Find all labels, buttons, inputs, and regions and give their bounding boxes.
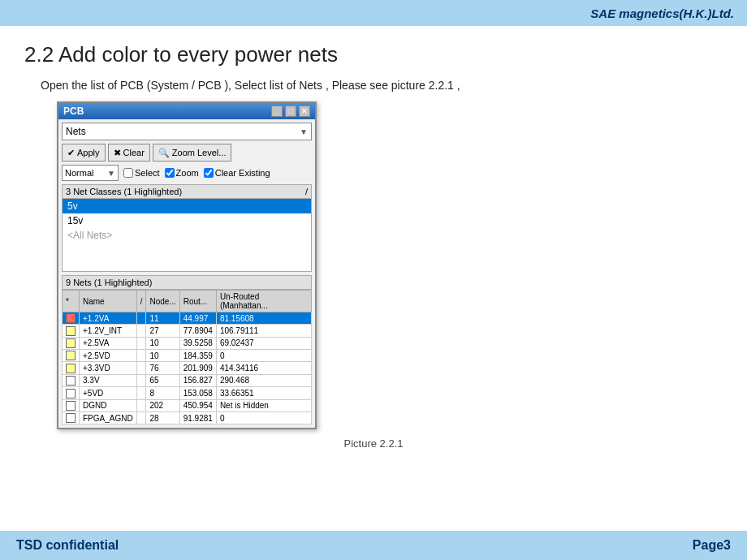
row-nodes: 202: [146, 399, 179, 411]
table-row[interactable]: DGND 202 450.954 Net is Hidden: [63, 399, 312, 411]
col-star[interactable]: *: [63, 291, 80, 312]
row-flag: [136, 387, 146, 399]
list-item[interactable]: <All Nets>: [63, 228, 311, 243]
row-flag: [136, 337, 146, 349]
row-flag: [136, 362, 146, 374]
zoom-option-label: Zoom: [176, 168, 199, 178]
zoom-checkbox[interactable]: [165, 168, 175, 178]
row-color: [63, 387, 80, 399]
row-route: 44.997: [179, 312, 216, 325]
pcb-title: PCB: [63, 106, 84, 117]
row-flag: [136, 399, 146, 411]
row-name: 3.3V: [80, 374, 137, 386]
row-nodes: 8: [146, 387, 179, 399]
row-color: [63, 337, 80, 349]
nets-dropdown-row: Nets ▼: [62, 123, 312, 140]
list-item[interactable]: 15v: [63, 213, 311, 228]
nets-title: 9 Nets (1 Highlighted): [66, 278, 152, 287]
table-row[interactable]: +1.2VA 11 44.997 81.15608: [63, 312, 312, 325]
col-name[interactable]: Name: [80, 291, 137, 312]
net-classes-list: 5v 15v <All Nets>: [62, 199, 312, 272]
row-nodes: 28: [146, 411, 179, 424]
footer-left: TSD confidential: [16, 538, 119, 553]
row-flag: [136, 374, 146, 386]
row-name: DGND: [80, 399, 137, 411]
nets-header: 9 Nets (1 Highlighted): [62, 275, 312, 290]
net-classes-header: 3 Net Classes (1 Highlighted) /: [62, 184, 312, 199]
row-route: 77.8904: [179, 325, 216, 337]
pcb-toolbar: ✔ Apply ✖ Clear 🔍 Zoom Level...: [62, 144, 312, 162]
row-name: +3.3VD: [80, 362, 137, 374]
row-color: [63, 350, 80, 362]
minimize-button[interactable]: _: [271, 106, 283, 117]
nets-dropdown-label: Nets: [66, 126, 86, 137]
row-name: +5VD: [80, 387, 137, 399]
row-name: +1.2VA: [80, 312, 137, 325]
clear-existing-checkbox[interactable]: [204, 168, 214, 178]
select-checkbox[interactable]: [123, 168, 133, 178]
row-route: 91.9281: [179, 411, 216, 424]
list-item[interactable]: 5v: [63, 199, 311, 213]
row-color: [63, 399, 80, 411]
row-color: [63, 374, 80, 386]
row-name: +2.5VD: [80, 350, 137, 362]
close-button[interactable]: ✕: [299, 106, 310, 117]
bottom-bar: TSD confidential Page3: [0, 531, 747, 560]
normal-dropdown[interactable]: Normal ▼: [62, 165, 119, 181]
description-text: Open the list of PCB (System / PCB ), Se…: [41, 79, 723, 92]
row-name: +2.5VA: [80, 337, 137, 349]
row-nodes: 27: [146, 325, 179, 337]
nets-table: * Name / Node... Rout... Un-Routed (Manh…: [62, 290, 312, 424]
col-nodes[interactable]: Node...: [146, 291, 179, 312]
row-name: FPGA_AGND: [80, 411, 137, 424]
apply-button[interactable]: ✔ Apply: [62, 144, 106, 162]
row-color: [63, 411, 80, 424]
clear-icon: ✖: [114, 148, 121, 158]
zoom-icon: 🔍: [158, 148, 170, 158]
row-route: 156.827: [179, 374, 216, 386]
table-row[interactable]: FPGA_AGND 28 91.9281 0: [63, 411, 312, 424]
maximize-button[interactable]: □: [285, 106, 296, 117]
row-route: 201.909: [179, 362, 216, 374]
picture-caption: Picture 2.2.1: [24, 437, 723, 450]
clear-existing-label: Clear Existing: [215, 168, 270, 178]
row-color: [63, 325, 80, 337]
row-unrouted: 33.66351: [216, 387, 311, 399]
row-color: [63, 312, 80, 325]
row-nodes: 76: [146, 362, 179, 374]
row-nodes: 10: [146, 350, 179, 362]
apply-label: Apply: [77, 148, 100, 157]
zoom-checkbox-label[interactable]: Zoom: [165, 168, 199, 178]
clear-button[interactable]: ✖ Clear: [108, 144, 150, 162]
net-classes-slash: /: [305, 187, 308, 196]
clear-existing-checkbox-label[interactable]: Clear Existing: [204, 168, 270, 178]
table-row[interactable]: +2.5VA 10 39.5258 69.02437: [63, 337, 312, 349]
normal-label: Normal: [65, 168, 93, 178]
zoom-level-button[interactable]: 🔍 Zoom Level...: [153, 144, 232, 162]
row-unrouted: 106.79111: [216, 325, 311, 337]
col-route[interactable]: Rout...: [179, 291, 216, 312]
apply-icon: ✔: [67, 148, 75, 158]
table-row[interactable]: +5VD 8 153.058 33.66351: [63, 387, 312, 399]
col-slash[interactable]: /: [136, 291, 146, 312]
table-row[interactable]: 3.3V 65 156.827 290.468: [63, 374, 312, 386]
col-unrouted[interactable]: Un-Routed (Manhattan...: [216, 291, 311, 312]
row-unrouted: 81.15608: [216, 312, 311, 325]
normal-arrow-icon: ▼: [107, 169, 115, 178]
top-bar: SAE magnetics(H.K.)Ltd.: [0, 0, 747, 26]
row-unrouted: 290.468: [216, 374, 311, 386]
nets-dropdown[interactable]: Nets ▼: [62, 123, 312, 140]
row-route: 153.058: [179, 387, 216, 399]
options-row: Normal ▼ Select Zoom Clear Existing: [62, 165, 312, 181]
table-row[interactable]: +2.5VD 10 184.359 0: [63, 350, 312, 362]
select-checkbox-label[interactable]: Select: [123, 168, 160, 178]
main-content: 2.2 Add color to every power nets Open t…: [0, 26, 747, 466]
company-title: SAE magnetics(H.K.)Ltd.: [590, 6, 734, 20]
row-nodes: 11: [146, 312, 179, 325]
dropdown-arrow-icon: ▼: [300, 127, 308, 136]
table-row[interactable]: +1.2V_INT 27 77.8904 106.79111: [63, 325, 312, 337]
row-unrouted: 69.02437: [216, 337, 311, 349]
pcb-titlebar-buttons: _ □ ✕: [271, 106, 310, 117]
row-flag: [136, 325, 146, 337]
table-row[interactable]: +3.3VD 76 201.909 414.34116: [63, 362, 312, 374]
